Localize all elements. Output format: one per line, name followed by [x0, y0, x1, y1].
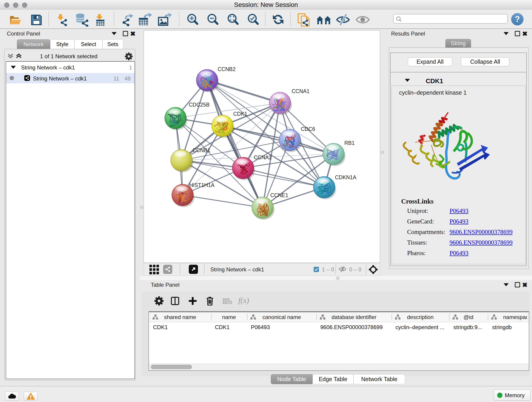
svg-text:HIST1H1A: HIST1H1A — [189, 182, 215, 188]
svg-text:RB1: RB1 — [344, 140, 355, 146]
svg-text:CCNB2: CCNB2 — [218, 66, 235, 72]
svg-text:CCNA1: CCNA1 — [292, 88, 310, 94]
svg-text:CDKN1A: CDKN1A — [335, 174, 356, 180]
svg-text:CCNB1: CCNB1 — [192, 147, 210, 153]
svg-text:CDC6: CDC6 — [301, 126, 315, 132]
svg-text:CCNA2: CCNA2 — [254, 154, 272, 160]
svg-text:CDK1: CDK1 — [233, 111, 247, 117]
svg-text:CDC25B: CDC25B — [189, 102, 210, 108]
svg-text:CCNE1: CCNE1 — [270, 192, 288, 198]
